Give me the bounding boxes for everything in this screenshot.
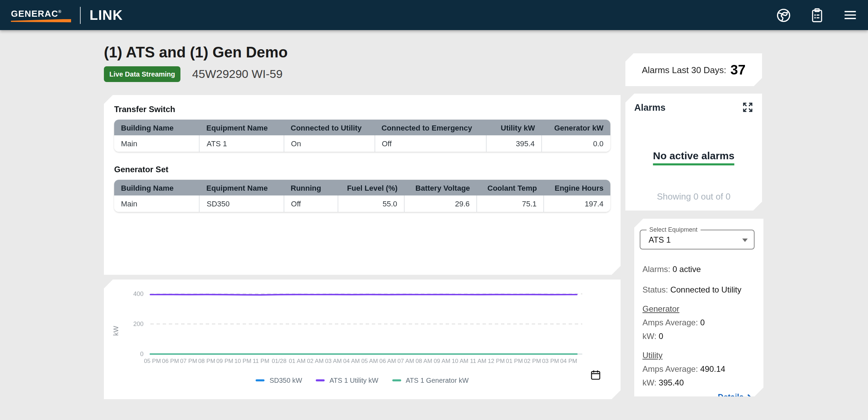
svg-text:01/28: 01/28: [272, 357, 286, 364]
generator-amps-row: Amps Average: 0: [642, 317, 754, 328]
equipment-tables-card: Transfer Switch Building NameEquipment N…: [104, 95, 621, 275]
legend-item[interactable]: ATS 1 Generator kW: [392, 377, 469, 384]
no-active-alarms-message: No active alarms: [653, 150, 734, 165]
transfer-switch-table-wrap: Building NameEquipment NameConnected to …: [114, 120, 610, 152]
column-header: Coolant Temp: [477, 180, 544, 195]
svg-text:09 PM: 09 PM: [216, 357, 233, 364]
nav-icons: [775, 7, 858, 23]
legend-item[interactable]: SD350 kW: [256, 377, 302, 384]
legend-label: SD350 kW: [270, 377, 302, 384]
svg-text:12 PM: 12 PM: [488, 357, 505, 364]
column-header: Building Name: [114, 120, 200, 135]
table-cell: 0.0: [542, 135, 611, 152]
equipment-select-label: Select Equipment: [647, 226, 700, 234]
svg-text:400: 400: [133, 290, 144, 297]
utility-section-heading: Utility: [642, 351, 754, 360]
alarms-summary-label: Alarms Last 30 Days:: [642, 65, 726, 75]
expand-icon[interactable]: [742, 102, 753, 113]
equipment-alarms-row: Alarms: 0 active: [642, 264, 754, 275]
column-header: Connected to Emergency: [375, 120, 486, 135]
details-link[interactable]: Details: [642, 393, 754, 401]
svg-text:02 AM: 02 AM: [307, 357, 324, 364]
svg-text:11 PM: 11 PM: [253, 357, 269, 364]
chart-legend: SD350 kWATS 1 Utility kWATS 1 Generator …: [104, 377, 621, 384]
legend-label: ATS 1 Generator kW: [406, 377, 469, 384]
table-cell: ATS 1: [200, 135, 284, 152]
svg-text:05 AM: 05 AM: [361, 357, 378, 364]
transfer-switch-table: Building NameEquipment NameConnected to …: [114, 120, 610, 152]
svg-text:kW: kW: [112, 326, 120, 336]
svg-text:04 AM: 04 AM: [343, 357, 360, 364]
svg-text:02 PM: 02 PM: [524, 357, 541, 364]
legend-swatch: [392, 379, 401, 382]
legend-item[interactable]: ATS 1 Utility kW: [316, 377, 378, 384]
alarms-summary-card: Alarms Last 30 Days: 37: [625, 53, 762, 86]
legend-swatch: [256, 379, 265, 382]
column-header: Building Name: [114, 180, 200, 195]
site-id: 45W29290 WI-59: [192, 67, 283, 81]
table-cell: Main: [114, 135, 200, 152]
column-header: Equipment Name: [200, 120, 284, 135]
column-header: Connected to Utility: [284, 120, 375, 135]
svg-text:03 PM: 03 PM: [542, 357, 559, 364]
generac-logo-text: GENERAC®: [11, 8, 71, 18]
equipment-status-row: Status: Connected to Utility: [642, 284, 754, 295]
table-cell: 197.4: [544, 195, 610, 212]
table-cell: 75.1: [477, 195, 544, 212]
product-name: LINK: [90, 7, 123, 23]
table-cell: On: [284, 135, 375, 152]
svg-text:08 AM: 08 AM: [416, 357, 432, 364]
svg-text:05 PM: 05 PM: [144, 357, 161, 364]
calendar-icon[interactable]: [589, 369, 601, 381]
svg-text:01 AM: 01 AM: [289, 357, 306, 364]
alarms-count-footer: Showing 0 out of 0: [625, 191, 762, 202]
utility-kw-row: kW: 395.40: [642, 377, 754, 388]
generator-set-title: Generator Set: [114, 165, 610, 174]
table-cell: 395.4: [486, 135, 542, 152]
nav-divider: [80, 6, 81, 24]
page: GENERAC® LINK: [0, 0, 868, 420]
generator-set-table-wrap: Building NameEquipment NameRunningFuel L…: [114, 180, 610, 212]
svg-text:07 AM: 07 AM: [397, 357, 414, 364]
alarms-card: Alarms No active alarms Showing 0 out of…: [625, 94, 762, 211]
table-row: MainSD350Off55.029.675.1197.4: [114, 195, 610, 212]
alarms-card-header: Alarms: [625, 94, 762, 113]
generac-logo[interactable]: GENERAC®: [11, 8, 71, 23]
legend-label: ATS 1 Utility kW: [329, 377, 378, 384]
column-header: Equipment Name: [200, 180, 284, 195]
equipment-select[interactable]: Select Equipment ATS 1: [640, 230, 755, 249]
table-cell: 55.0: [338, 195, 405, 212]
equipment-select-value: ATS 1: [649, 235, 671, 245]
column-header: Engine Hours: [544, 180, 610, 195]
globe-icon[interactable]: [775, 7, 791, 23]
table-cell: Off: [284, 195, 338, 212]
equipment-detail-card: Select Equipment ATS 1 Alarms: 0 active …: [634, 219, 763, 396]
transfer-switch-title: Transfer Switch: [114, 105, 610, 114]
generac-swoosh: [11, 19, 71, 22]
svg-text:04 PM: 04 PM: [560, 357, 577, 364]
svg-text:03 AM: 03 AM: [325, 357, 342, 364]
alarms-summary-count: 37: [730, 62, 746, 78]
generator-kw-row: kW: 0: [642, 331, 754, 342]
svg-text:11 AM: 11 AM: [470, 357, 486, 364]
generator-set-table: Building NameEquipment NameRunningFuel L…: [114, 180, 610, 212]
column-header: Running: [284, 180, 338, 195]
svg-text:0: 0: [140, 351, 144, 357]
top-navbar: GENERAC® LINK: [0, 0, 868, 30]
table-cell: SD350: [200, 195, 284, 212]
table-cell: 29.6: [404, 195, 477, 212]
svg-text:06 PM: 06 PM: [162, 357, 179, 364]
svg-text:07 PM: 07 PM: [180, 357, 197, 364]
column-header: Generator kW: [542, 120, 611, 135]
utility-amps-row: Amps Average: 490.14: [642, 363, 754, 374]
svg-text:06 AM: 06 AM: [379, 357, 396, 364]
clipboard-icon[interactable]: [809, 7, 825, 23]
table-cell: Main: [114, 195, 200, 212]
svg-text:09 AM: 09 AM: [434, 357, 450, 364]
svg-text:01 PM: 01 PM: [506, 357, 523, 364]
svg-text:200: 200: [133, 321, 144, 327]
column-header: Utility kW: [486, 120, 542, 135]
table-row: MainATS 1OnOff395.40.0: [114, 135, 610, 152]
generator-section-heading: Generator: [642, 304, 754, 314]
menu-icon[interactable]: [842, 7, 858, 23]
